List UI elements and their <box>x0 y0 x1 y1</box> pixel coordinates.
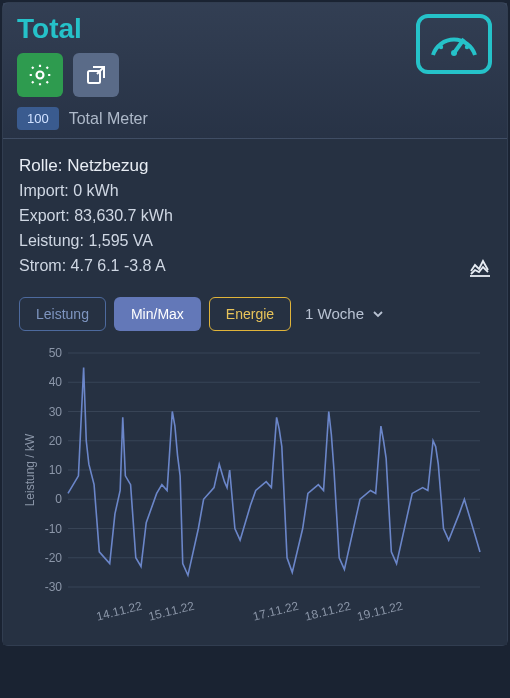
svg-text:19.11.22: 19.11.22 <box>356 598 405 623</box>
gear-icon <box>27 62 53 88</box>
priority-badge: 100 <box>17 107 59 130</box>
tab-energie[interactable]: Energie <box>209 297 291 331</box>
info-import: Import: 0 kWh <box>19 179 491 204</box>
svg-point-4 <box>465 45 469 49</box>
time-range-select[interactable]: 1 Woche <box>305 305 384 322</box>
svg-text:-10: -10 <box>45 521 63 535</box>
svg-point-5 <box>451 50 457 56</box>
svg-text:18.11.22: 18.11.22 <box>303 598 352 623</box>
svg-text:40: 40 <box>49 375 63 389</box>
svg-text:0: 0 <box>55 492 62 506</box>
svg-text:-20: -20 <box>45 550 63 564</box>
info-export: Export: 83,630.7 kWh <box>19 204 491 229</box>
svg-text:-30: -30 <box>45 580 63 594</box>
svg-point-0 <box>37 72 44 79</box>
badge-label: Total Meter <box>69 110 148 128</box>
svg-text:14.11.22: 14.11.22 <box>95 598 144 623</box>
time-range-label: 1 Woche <box>305 305 364 322</box>
svg-point-3 <box>439 45 443 49</box>
info-current: Strom: 4.7 6.1 -3.8 A <box>19 254 491 279</box>
popout-button[interactable] <box>73 53 119 97</box>
line-chart-icon[interactable] <box>469 259 491 277</box>
svg-text:50: 50 <box>49 346 63 360</box>
chevron-down-icon <box>372 308 384 320</box>
svg-text:20: 20 <box>49 433 63 447</box>
power-chart: -30-20-100102030405014.11.2215.11.2217.1… <box>19 343 491 633</box>
tab-minmax[interactable]: Min/Max <box>114 297 201 331</box>
svg-text:10: 10 <box>49 463 63 477</box>
svg-text:30: 30 <box>49 404 63 418</box>
svg-rect-2 <box>418 16 490 72</box>
meter-icon <box>415 13 493 75</box>
info-role: Rolle: Netzbezug <box>19 153 491 179</box>
tab-leistung[interactable]: Leistung <box>19 297 106 331</box>
svg-text:15.11.22: 15.11.22 <box>147 598 196 623</box>
svg-text:17.11.22: 17.11.22 <box>251 598 300 623</box>
popout-icon <box>84 63 108 87</box>
settings-button[interactable] <box>17 53 63 97</box>
svg-text:Leistung / kW: Leistung / kW <box>23 433 37 506</box>
info-power: Leistung: 1,595 VA <box>19 229 491 254</box>
